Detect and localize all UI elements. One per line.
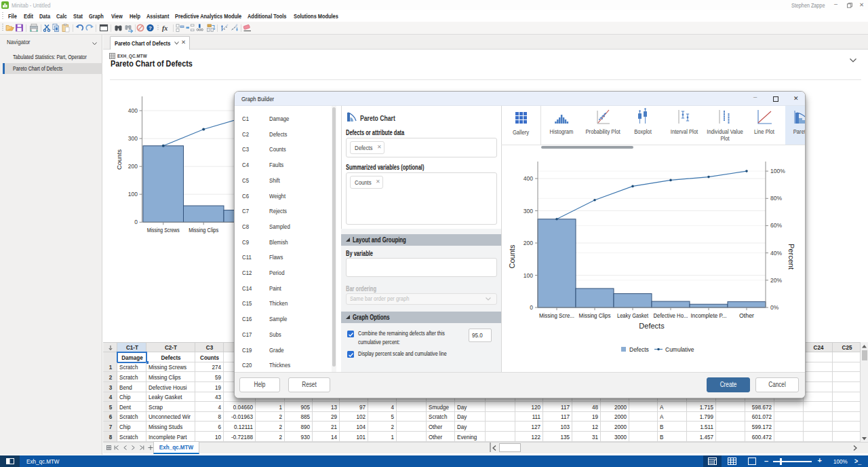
svg-text:Missing Clips: Missing Clips xyxy=(579,312,611,319)
svg-text:400: 400 xyxy=(128,107,138,114)
svg-text:Defects: Defects xyxy=(629,346,649,353)
svg-text:0: 0 xyxy=(134,219,138,225)
svg-text:200: 200 xyxy=(524,240,533,246)
svg-text:Incomplete P...: Incomplete P... xyxy=(691,312,727,319)
svg-text:?: ? xyxy=(149,25,152,31)
svg-text:Cumulative: Cumulative xyxy=(665,346,694,353)
svg-text:80%: 80% xyxy=(770,195,782,202)
svg-text:20%: 20% xyxy=(770,277,782,284)
svg-text:100: 100 xyxy=(128,191,138,198)
svg-text:300: 300 xyxy=(524,208,533,214)
svg-text:100%: 100% xyxy=(770,168,785,174)
svg-text:Defective Ho...: Defective Ho... xyxy=(654,312,688,319)
svg-text:Leaky Gasket: Leaky Gasket xyxy=(617,312,648,319)
svg-text:60%: 60% xyxy=(770,222,782,229)
svg-text:40%: 40% xyxy=(770,250,782,257)
svg-text:0%: 0% xyxy=(770,304,779,311)
svg-text:400: 400 xyxy=(524,175,533,182)
svg-text:Percent: Percent xyxy=(787,244,795,269)
svg-text:100: 100 xyxy=(524,272,533,279)
svg-text:0: 0 xyxy=(530,304,533,311)
svg-text:Defects: Defects xyxy=(639,322,665,330)
svg-text:Missing Screws: Missing Screws xyxy=(147,226,180,234)
svg-text:fx: fx xyxy=(162,24,167,32)
svg-text:300: 300 xyxy=(128,135,138,142)
svg-text:Counts: Counts xyxy=(508,244,516,268)
svg-text:Missing Scre...: Missing Scre... xyxy=(539,312,574,319)
svg-text:Other: Other xyxy=(739,312,754,319)
svg-text:Missing Clips: Missing Clips xyxy=(189,226,218,234)
svg-text:Counts: Counts xyxy=(115,149,123,170)
svg-text:200: 200 xyxy=(128,163,138,170)
